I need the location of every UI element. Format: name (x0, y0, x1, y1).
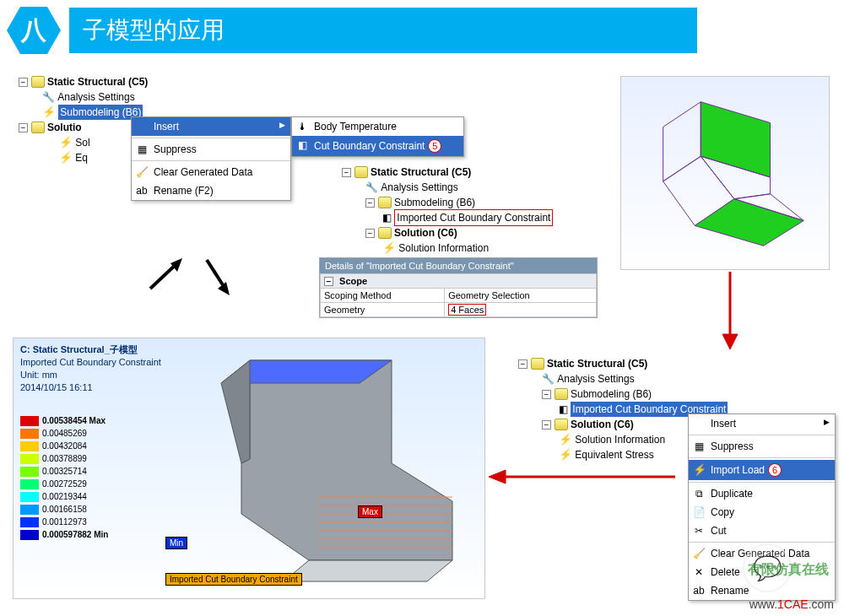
cut-icon: ✂ (693, 525, 705, 537)
svg-marker-0 (701, 102, 770, 177)
bolt-icon: ⚡ (382, 240, 396, 256)
menu-import-load[interactable]: ⚡Import Load6 (689, 460, 835, 480)
group-label: Scope (339, 276, 367, 286)
delete-icon: ✕ (693, 566, 705, 578)
min-tag: Min (165, 537, 187, 549)
clear-icon: 🧹 (136, 166, 148, 178)
copy-icon: 📄 (693, 506, 705, 518)
prop-value-highlighted[interactable]: 4 Faces (448, 304, 486, 316)
prop-label: Scoping Method (321, 289, 445, 303)
menu-suppress[interactable]: ▦Suppress (689, 437, 835, 456)
collapse-icon[interactable]: − (324, 277, 333, 286)
tree-node[interactable]: Static Structural (C5) (371, 165, 471, 180)
bolt-icon: ⚡ (42, 105, 56, 120)
collapse-icon[interactable]: − (19, 123, 28, 132)
submenu-insert[interactable]: 🌡Body Temperature ◧Cut Boundary Constrai… (291, 116, 464, 157)
collapse-icon[interactable]: − (518, 359, 528, 369)
menu-cut[interactable]: ✂Cut (689, 521, 835, 540)
step-number-6: 6 (768, 463, 782, 477)
menu-copy[interactable]: 📄Copy (689, 503, 835, 521)
tree-node[interactable]: Solution Information (398, 240, 489, 256)
folder-icon (378, 197, 392, 208)
svg-marker-7 (489, 470, 506, 484)
rename-icon: ab (136, 185, 148, 197)
collapse-icon[interactable]: − (365, 198, 375, 208)
folder-icon (378, 227, 392, 239)
rename-icon: ab (693, 585, 705, 597)
tree-node[interactable]: Static Structural (C5) (547, 356, 647, 371)
tree-node[interactable]: Analysis Settings (57, 89, 134, 105)
menu-clear-data[interactable]: 🧹Clear Generated Data (132, 163, 290, 181)
folder-icon (531, 358, 544, 370)
settings-icon: 🔧 (42, 89, 55, 105)
tree-node[interactable]: Solution (C6) (571, 417, 634, 432)
tree-node[interactable]: Analysis Settings (557, 371, 634, 386)
suppress-icon: ▦ (136, 143, 148, 155)
svg-marker-1 (663, 102, 701, 181)
watermark-url: www.1CAE.com (749, 597, 834, 611)
bolt-icon: ⚡ (559, 447, 572, 462)
settings-icon: 🔧 (542, 371, 555, 386)
clear-icon: 🧹 (693, 548, 705, 559)
section-badge: 八 (7, 7, 61, 54)
svg-marker-6 (722, 334, 738, 349)
bolt-icon: ⚡ (693, 463, 705, 476)
max-tag: Max (358, 505, 382, 518)
folder-icon (555, 388, 568, 400)
details-panel: Details of "Imported Cut Boundary Constr… (319, 257, 598, 318)
bolt-icon: ⚡ (559, 432, 572, 447)
svg-marker-20 (284, 560, 452, 581)
bolt-icon: ⚡ (59, 150, 73, 165)
settings-icon: 🔧 (365, 180, 378, 195)
result-viewport[interactable]: C: Static Structural_子模型 Imported Cut Bo… (13, 338, 485, 599)
menu-cut-boundary[interactable]: ◧Cut Boundary Constraint5 (292, 136, 463, 156)
duplicate-icon: ⧉ (693, 488, 705, 500)
menu-suppress[interactable]: ▦Suppress (132, 140, 290, 159)
cube-icon: ◧ (559, 402, 568, 417)
cube-icon: ◧ (382, 210, 392, 225)
collapse-icon[interactable]: − (342, 168, 351, 177)
temperature-icon: 🌡 (296, 121, 308, 132)
page-title: 子模型的应用 (69, 8, 697, 53)
folder-icon (31, 76, 45, 88)
collapse-icon[interactable]: − (542, 390, 551, 399)
collapse-icon[interactable]: − (365, 229, 375, 238)
tree-node[interactable]: Solution (C6) (394, 225, 457, 240)
svg-marker-10 (241, 360, 452, 560)
menu-body-temperature[interactable]: 🌡Body Temperature (292, 117, 463, 136)
tree-node[interactable]: Equivalent Stress (575, 447, 653, 462)
menu-duplicate[interactable]: ⧉Duplicate (689, 484, 835, 503)
svg-marker-12 (221, 360, 250, 463)
tree-node[interactable]: Submodeling (B6) (571, 386, 652, 402)
folder-icon (555, 419, 568, 430)
tree-static-structural-2[interactable]: −Static Structural (C5) 🔧 Analysis Setti… (342, 165, 553, 256)
details-header: Details of "Imported Cut Boundary Constr… (320, 258, 597, 273)
step-number-5: 5 (428, 139, 441, 153)
tree-node[interactable]: Eq (75, 150, 88, 165)
tree-static-structural-1[interactable]: −Static Structural (C5) 🔧 Analysis Setti… (19, 74, 148, 165)
imported-constraint-tag: Imported Cut Boundary Constraint (165, 573, 302, 586)
prop-label: Geometry (321, 303, 445, 317)
suppress-icon: ▦ (693, 440, 705, 452)
geometry-viewport[interactable] (620, 76, 830, 270)
tree-node[interactable]: Solutio (47, 120, 82, 135)
tree-node-highlighted[interactable]: Imported Cut Boundary Constraint (394, 209, 553, 226)
bolt-icon: ⚡ (59, 135, 73, 150)
tree-node[interactable]: Solution Information (575, 432, 665, 447)
watermark-text: 有限仿真在线 (748, 561, 829, 579)
menu-insert[interactable]: Insert (132, 117, 290, 136)
tree-node[interactable]: Sol (75, 135, 89, 150)
collapse-icon[interactable]: − (19, 78, 28, 87)
context-menu-submodeling[interactable]: Insert ▦Suppress 🧹Clear Generated Data a… (131, 116, 291, 201)
cube-icon: ◧ (296, 139, 308, 151)
collapse-icon[interactable]: − (542, 420, 551, 430)
tree-node[interactable]: Analysis Settings (381, 180, 457, 195)
tree-node[interactable]: Static Structural (C5) (47, 74, 148, 89)
svg-marker-4 (695, 199, 803, 246)
folder-icon (354, 166, 368, 178)
menu-rename[interactable]: abRename (F2) (132, 181, 290, 200)
menu-insert[interactable]: Insert (689, 414, 835, 433)
folder-icon (31, 122, 45, 133)
prop-value[interactable]: Geometry Selection (445, 289, 597, 303)
tree-node[interactable]: Submodeling (B6) (394, 195, 475, 210)
